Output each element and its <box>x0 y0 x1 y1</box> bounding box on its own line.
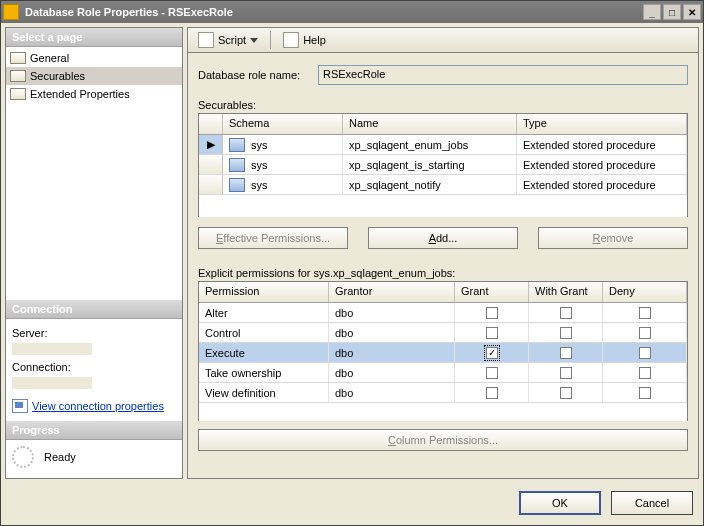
cell-checkbox[interactable] <box>455 323 529 342</box>
cell-permission: Alter <box>199 303 329 322</box>
sidebar-item-securables[interactable]: Securables <box>6 67 182 85</box>
sidebar-item-label: Securables <box>30 70 85 82</box>
checkbox[interactable] <box>560 307 572 319</box>
cell-checkbox[interactable] <box>529 383 603 402</box>
cell-type: Extended stored procedure <box>517 155 687 174</box>
cell-grantor: dbo <box>329 343 455 362</box>
help-button[interactable]: Help <box>277 30 332 50</box>
effective-permissions-button[interactable]: Effective Permissions... <box>198 227 348 249</box>
connection-icon <box>12 399 28 413</box>
window-title: Database Role Properties - RSExecRole <box>25 6 641 18</box>
cancel-button[interactable]: Cancel <box>611 491 693 515</box>
separator <box>270 31 271 49</box>
row-selector[interactable] <box>199 155 223 174</box>
content-area: Database role name: RSExecRole Securable… <box>187 53 699 479</box>
cell-checkbox[interactable] <box>529 343 603 362</box>
checkbox[interactable] <box>486 387 498 399</box>
table-row[interactable]: Controldbo <box>199 323 687 343</box>
table-row[interactable]: sysxp_sqlagent_is_startingExtended store… <box>199 155 687 175</box>
sidebar-item-extended-properties[interactable]: Extended Properties <box>6 85 182 103</box>
progress-header: Progress <box>6 421 182 440</box>
checkbox[interactable] <box>486 327 498 339</box>
row-selector[interactable]: ▶ <box>199 135 223 154</box>
page-icon <box>10 88 26 100</box>
checkbox[interactable] <box>486 367 498 379</box>
cell-grantor: dbo <box>329 383 455 402</box>
checkbox[interactable] <box>560 367 572 379</box>
cell-checkbox[interactable] <box>455 383 529 402</box>
permissions-body: AlterdboControldboExecutedbo✓Take owners… <box>199 303 687 421</box>
table-row[interactable]: Alterdbo <box>199 303 687 323</box>
maximize-button[interactable]: □ <box>663 4 681 20</box>
checkbox[interactable] <box>560 387 572 399</box>
cell-checkbox[interactable] <box>603 383 687 402</box>
checkbox[interactable]: ✓ <box>486 347 498 359</box>
cell-checkbox[interactable] <box>603 363 687 382</box>
cell-checkbox[interactable] <box>603 323 687 342</box>
col-permission[interactable]: Permission <box>199 282 329 302</box>
page-icon <box>10 70 26 82</box>
cell-checkbox[interactable] <box>529 323 603 342</box>
col-schema[interactable]: Schema <box>223 114 343 134</box>
progress-box: Ready <box>6 440 182 478</box>
close-button[interactable]: ✕ <box>683 4 701 20</box>
cell-type: Extended stored procedure <box>517 135 687 154</box>
cell-type: Extended stored procedure <box>517 175 687 194</box>
cell-checkbox[interactable] <box>529 303 603 322</box>
col-withgrant[interactable]: With Grant <box>529 282 603 302</box>
cell-checkbox[interactable] <box>603 303 687 322</box>
dialog-window: Database Role Properties - RSExecRole _ … <box>0 0 704 526</box>
checkbox[interactable] <box>639 387 651 399</box>
explicit-permissions-label: Explicit permissions for sys.xp_sqlagent… <box>198 267 688 279</box>
table-row[interactable]: Executedbo✓ <box>199 343 687 363</box>
stored-procedure-icon <box>229 178 245 192</box>
table-row[interactable]: ▶sysxp_sqlagent_enum_jobsExtended stored… <box>199 135 687 155</box>
table-row[interactable]: Take ownershipdbo <box>199 363 687 383</box>
cell-schema: sys <box>223 155 343 174</box>
cell-checkbox[interactable]: ✓ <box>455 343 529 362</box>
script-button[interactable]: Script <box>192 30 264 50</box>
role-name-label: Database role name: <box>198 69 318 81</box>
checkbox[interactable] <box>639 307 651 319</box>
checkbox[interactable] <box>639 327 651 339</box>
cell-name: xp_sqlagent_notify <box>343 175 517 194</box>
securables-label: Securables: <box>198 99 688 111</box>
sidebar-item-label: General <box>30 52 69 64</box>
page-list: General Securables Extended Properties <box>6 47 182 105</box>
table-row[interactable]: sysxp_sqlagent_notifyExtended stored pro… <box>199 175 687 195</box>
row-selector[interactable] <box>199 175 223 194</box>
remove-button[interactable]: Remove <box>538 227 688 249</box>
checkbox[interactable] <box>639 367 651 379</box>
col-grantor[interactable]: Grantor <box>329 282 455 302</box>
checkbox[interactable] <box>486 307 498 319</box>
ok-button[interactable]: OK <box>519 491 601 515</box>
connection-value <box>12 377 92 389</box>
checkbox[interactable] <box>560 347 572 359</box>
table-row[interactable]: View definitiondbo <box>199 383 687 403</box>
app-icon <box>3 4 19 20</box>
sidebar-item-general[interactable]: General <box>6 49 182 67</box>
col-deny[interactable]: Deny <box>603 282 687 302</box>
column-permissions-button[interactable]: Column Permissions... <box>198 429 688 451</box>
cell-checkbox[interactable] <box>603 343 687 362</box>
col-name[interactable]: Name <box>343 114 517 134</box>
role-name-field[interactable]: RSExecRole <box>318 65 688 85</box>
cell-checkbox[interactable] <box>529 363 603 382</box>
cell-permission: Take ownership <box>199 363 329 382</box>
view-connection-properties-link[interactable]: View connection properties <box>12 399 176 413</box>
permissions-grid[interactable]: Permission Grantor Grant With Grant Deny… <box>198 281 688 421</box>
col-type[interactable]: Type <box>517 114 687 134</box>
securables-body: ▶sysxp_sqlagent_enum_jobsExtended stored… <box>199 135 687 217</box>
cell-checkbox[interactable] <box>455 363 529 382</box>
dialog-body: Select a page General Securables Extende… <box>1 23 703 483</box>
checkbox[interactable] <box>560 327 572 339</box>
cell-grantor: dbo <box>329 323 455 342</box>
minimize-button[interactable]: _ <box>643 4 661 20</box>
securables-grid[interactable]: Schema Name Type ▶sysxp_sqlagent_enum_jo… <box>198 113 688 217</box>
permissions-header: Permission Grantor Grant With Grant Deny <box>199 282 687 303</box>
checkbox[interactable] <box>639 347 651 359</box>
cell-checkbox[interactable] <box>455 303 529 322</box>
col-grant[interactable]: Grant <box>455 282 529 302</box>
cell-grantor: dbo <box>329 363 455 382</box>
add-button[interactable]: Add... <box>368 227 518 249</box>
